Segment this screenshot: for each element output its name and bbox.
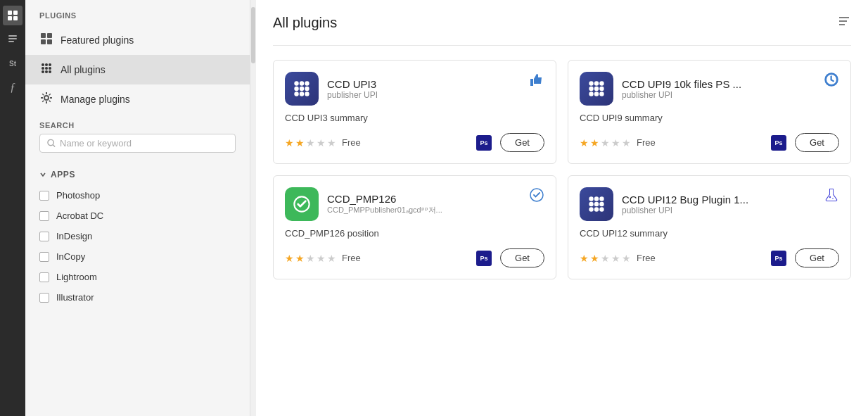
incopy-checkbox[interactable] — [39, 252, 49, 262]
svg-point-48 — [594, 196, 599, 201]
fonts-icon[interactable]: ƒ — [3, 77, 23, 97]
plugins-grid: CCD UPI3 publisher UPI CCD UPI3 summary … — [273, 60, 851, 279]
svg-point-57 — [832, 198, 834, 199]
illustrator-checkbox[interactable] — [39, 293, 49, 303]
app-item-illustrator[interactable]: Illustrator — [25, 287, 250, 308]
get-button-ccd-upi3[interactable]: Get — [500, 133, 544, 152]
star-1: ★ — [285, 253, 294, 264]
svg-rect-2 — [8, 16, 12, 20]
svg-rect-10 — [47, 39, 52, 44]
svg-point-39 — [594, 87, 599, 91]
card-footer: ★ ★ ★ ★ ★ Free Ps Get — [580, 133, 839, 152]
svg-point-34 — [305, 92, 309, 96]
footer-left: ★ ★ ★ ★ ★ Free — [580, 137, 656, 149]
all-plugins-label: All plugins — [60, 64, 106, 75]
footer-right: Ps Get — [771, 248, 839, 267]
search-icon — [47, 139, 56, 148]
ps-badge: Ps — [476, 251, 492, 266]
star-3: ★ — [306, 253, 315, 264]
header-divider — [273, 45, 851, 46]
svg-rect-9 — [41, 39, 46, 44]
svg-rect-7 — [41, 33, 46, 38]
svg-point-54 — [594, 207, 599, 211]
card-footer: ★ ★ ★ ★ ★ Free Ps Get — [580, 248, 839, 267]
apps-section: APPS Photoshop Acrobat DC InDesign InCop… — [25, 157, 250, 315]
pages-icon[interactable] — [3, 30, 23, 49]
photoshop-checkbox[interactable] — [39, 191, 49, 201]
get-button-ccd-upi9[interactable]: Get — [795, 133, 839, 152]
scrollbar-track[interactable] — [250, 0, 256, 416]
ps-badge: Ps — [771, 251, 786, 266]
star-3: ★ — [306, 137, 315, 149]
lightroom-checkbox[interactable] — [39, 272, 49, 282]
like-badge-icon — [529, 72, 544, 91]
layers-icon[interactable] — [3, 6, 23, 25]
star-rating: ★ ★ ★ ★ ★ — [285, 253, 336, 264]
sidebar-item-all[interactable]: All plugins — [25, 55, 250, 84]
app-item-lightroom[interactable]: Lightroom — [25, 267, 250, 287]
get-button-ccd-pmp126[interactable]: Get — [500, 248, 544, 267]
svg-point-33 — [300, 92, 304, 96]
featured-icon — [39, 32, 53, 48]
star-4: ★ — [317, 253, 326, 264]
get-button-ccd-upi12[interactable]: Get — [795, 248, 839, 267]
plugin-info: CCD UPI3 publisher UPI — [285, 72, 378, 106]
plugin-info: CCD UPI9 10k files PS ... publisher UPI — [580, 72, 741, 106]
app-item-acrobat[interactable]: Acrobat DC — [25, 206, 250, 226]
svg-point-51 — [594, 202, 599, 206]
footer-right: Ps Get — [771, 133, 839, 152]
svg-point-50 — [589, 202, 593, 206]
svg-rect-1 — [13, 11, 18, 15]
plugin-summary: CCD UPI9 summary — [580, 113, 839, 123]
star-4: ★ — [611, 137, 620, 149]
sidebar-item-featured[interactable]: Featured plugins — [25, 25, 250, 55]
svg-point-35 — [589, 81, 593, 85]
star-rating: ★ ★ ★ ★ ★ — [285, 137, 336, 149]
svg-point-49 — [599, 196, 604, 201]
svg-rect-4 — [8, 35, 17, 37]
search-input-wrap[interactable] — [39, 134, 236, 153]
card-header: CCD_PMP126 CCD_PMPPublisher01ₐgcdᵖᵖ저... — [285, 187, 544, 221]
svg-rect-6 — [8, 41, 14, 42]
svg-point-13 — [49, 63, 51, 66]
indesign-checkbox[interactable] — [39, 232, 49, 241]
search-section: SEARCH — [25, 114, 250, 157]
plugin-summary: CCD_PMP126 position — [285, 228, 544, 239]
search-input[interactable] — [60, 138, 228, 149]
illustrator-label: Illustrator — [56, 292, 94, 303]
app-item-incopy[interactable]: InCopy — [25, 246, 250, 267]
photoshop-label: Photoshop — [56, 190, 100, 201]
price-label: Free — [637, 253, 656, 263]
svg-rect-0 — [8, 11, 12, 15]
price-label: Free — [342, 253, 361, 263]
app-item-photoshop[interactable]: Photoshop — [25, 185, 250, 206]
star-rating: ★ ★ ★ ★ ★ — [580, 137, 631, 149]
stock-icon[interactable]: St — [3, 53, 23, 73]
new-badge-icon-2 — [529, 187, 544, 206]
svg-rect-8 — [47, 33, 52, 38]
sidebar-item-manage[interactable]: Manage plugins — [25, 84, 250, 114]
footer-left: ★ ★ ★ ★ ★ Free — [580, 253, 656, 264]
plugin-publisher: publisher UPI — [622, 90, 741, 100]
scrollbar-thumb[interactable] — [251, 7, 255, 63]
svg-point-15 — [45, 67, 48, 70]
app-item-indesign[interactable]: InDesign — [25, 226, 250, 246]
acrobat-checkbox[interactable] — [39, 211, 49, 221]
card-footer: ★ ★ ★ ★ ★ Free Ps Get — [285, 248, 544, 267]
plugin-name: CCD UPI3 — [327, 78, 378, 90]
lightroom-label: Lightroom — [56, 272, 97, 282]
star-5: ★ — [622, 137, 631, 149]
svg-point-56 — [829, 196, 831, 198]
left-icon-bar: St ƒ — [0, 0, 25, 416]
apps-header[interactable]: APPS — [25, 164, 250, 185]
sort-icon[interactable] — [837, 14, 851, 31]
plugin-card-ccd-upi3: CCD UPI3 publisher UPI CCD UPI3 summary … — [273, 60, 556, 164]
chevron-down-icon — [39, 171, 46, 178]
plugin-publisher: publisher UPI — [327, 90, 378, 100]
acrobat-label: Acrobat DC — [56, 210, 103, 221]
plugin-card-ccd-pmp126: CCD_PMP126 CCD_PMPPublisher01ₐgcdᵖᵖ저... … — [273, 175, 556, 279]
svg-point-32 — [294, 92, 298, 96]
plugin-summary: CCD UPI3 summary — [285, 113, 544, 123]
plugins-section-label: PLUGINS — [25, 0, 250, 25]
plugin-icon-ccd-pmp126 — [285, 187, 319, 221]
